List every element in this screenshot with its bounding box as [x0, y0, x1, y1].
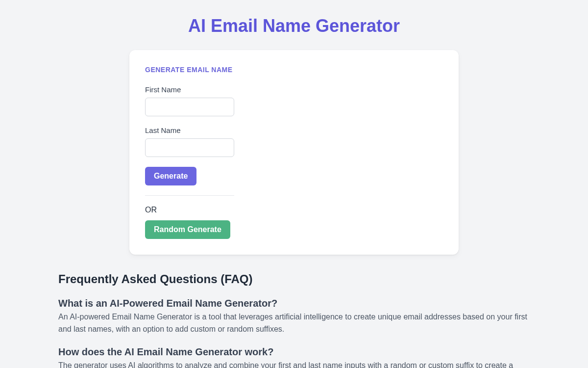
- faq-answer: An AI-powered Email Name Generator is a …: [58, 311, 530, 336]
- first-name-input[interactable]: [145, 98, 234, 116]
- faq-section: Frequently Asked Questions (FAQ) What is…: [58, 272, 530, 368]
- or-label: OR: [145, 206, 443, 214]
- divider: [145, 195, 234, 196]
- last-name-input[interactable]: [145, 138, 234, 157]
- generator-card: GENERATE EMAIL NAME First Name Last Name…: [129, 50, 459, 255]
- page-title: AI Email Name Generator: [0, 0, 588, 50]
- faq-item: What is an AI-Powered Email Name Generat…: [58, 298, 530, 336]
- faq-answer: The generator uses AI algorithms to anal…: [58, 360, 530, 368]
- faq-item: How does the AI Email Name Generator wor…: [58, 346, 530, 368]
- faq-heading: Frequently Asked Questions (FAQ): [58, 272, 530, 286]
- faq-question: What is an AI-Powered Email Name Generat…: [58, 298, 530, 309]
- first-name-group: First Name: [145, 85, 443, 116]
- last-name-label: Last Name: [145, 126, 443, 134]
- card-heading: GENERATE EMAIL NAME: [145, 66, 443, 74]
- generate-button[interactable]: Generate: [145, 167, 196, 185]
- last-name-group: Last Name: [145, 126, 443, 157]
- random-generate-button[interactable]: Random Generate: [145, 220, 230, 239]
- faq-question: How does the AI Email Name Generator wor…: [58, 346, 530, 358]
- first-name-label: First Name: [145, 85, 443, 94]
